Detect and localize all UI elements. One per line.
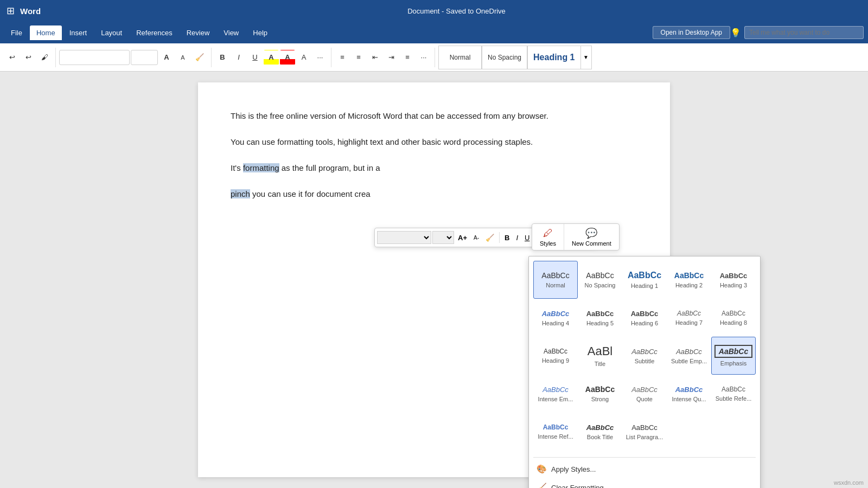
style-item-heading6[interactable]: AaBbCcHeading 6: [622, 299, 667, 337]
para4-start: pinch: [231, 189, 250, 198]
styles-grid: AaBbCcNormalAaBbCcNo SpacingAaBbCcHeadin…: [529, 256, 760, 455]
style-item-strong[interactable]: AaBbCcStrong: [578, 375, 622, 413]
new-comment-icon: 💬: [585, 227, 597, 239]
style-item-heading8[interactable]: AaBbCcHeading 8: [711, 299, 756, 337]
font-name-selector[interactable]: [59, 50, 130, 65]
decrease-indent-button[interactable]: ⇤: [367, 50, 382, 65]
document-title: Document - Saved to OneDrive: [52, 7, 861, 15]
waffle-icon[interactable]: ⊞: [7, 5, 15, 17]
style-item-intenseem...[interactable]: AaBbCcIntense Em...: [533, 375, 578, 413]
clear-format-icon[interactable]: 🧹: [192, 50, 208, 65]
menu-help[interactable]: Help: [246, 25, 274, 40]
menu-insert[interactable]: Insert: [63, 25, 94, 40]
document-area: This is the free online version of Micro…: [0, 72, 868, 488]
mini-shrink-button[interactable]: A-: [471, 230, 482, 245]
style-item-booktitle[interactable]: AaBbCcBook Title: [578, 413, 622, 451]
style-item-heading2[interactable]: AaBbCcHeading 2: [667, 261, 711, 299]
style-item-title[interactable]: AaBlTitle: [578, 337, 622, 375]
increase-indent-button[interactable]: ⇥: [384, 50, 399, 65]
style-item-heading9[interactable]: AaBbCcHeading 9: [533, 337, 578, 375]
style-item-intensequ...[interactable]: AaBbCcIntense Qu...: [667, 375, 711, 413]
styles-dropdown: AaBbCcNormalAaBbCcNo SpacingAaBbCcHeadin…: [528, 256, 761, 488]
undo-group: ↩ ↩ 🖌: [4, 48, 56, 67]
para-2: You can use formatting tools, highlight …: [231, 136, 637, 149]
font-group: A A 🧹: [59, 48, 212, 67]
style-normal[interactable]: Normal: [438, 46, 482, 69]
bullets-button[interactable]: ≡: [335, 50, 350, 65]
styles-expand-button[interactable]: ▼: [581, 46, 592, 69]
style-item-listparagra...[interactable]: AaBbCcList Paragra...: [622, 413, 667, 451]
style-item-heading7[interactable]: AaBbCcHeading 7: [667, 299, 711, 337]
numbering-button[interactable]: ≡: [351, 50, 366, 65]
styles-label: Styles: [540, 240, 556, 247]
styles-group: Normal No Spacing Heading 1 ▼: [438, 46, 592, 69]
toolbar: ↩ ↩ 🖌 A A 🧹 B I U A A A ··· ≡ ≡ ⇤ ⇥ ≡ ··…: [0, 43, 868, 72]
apply-styles-action[interactable]: 🎨 Apply Styles...: [529, 460, 760, 478]
style-item-subtitle[interactable]: AaBbCcSubtitle: [622, 337, 667, 375]
grow-font-button[interactable]: A: [159, 50, 174, 65]
menu-layout[interactable]: Layout: [94, 25, 129, 40]
styles-divider: [533, 457, 756, 458]
style-item-heading4[interactable]: AaBbCcHeading 4: [533, 299, 578, 337]
mini-grow-button[interactable]: A+: [455, 230, 470, 245]
mini-clear-button[interactable]: 🧹: [483, 230, 497, 245]
font-color-button[interactable]: A: [280, 50, 295, 65]
para3-end: as the full program, but in a: [279, 163, 380, 172]
styles-newcomment-panel: 🖊 Styles 💬 New Comment: [532, 223, 620, 251]
mini-italic-button[interactable]: I: [513, 230, 521, 245]
menu-bar: File Home Insert Layout References Revie…: [0, 22, 868, 43]
italic-button[interactable]: I: [231, 50, 246, 65]
highlight-button[interactable]: A: [264, 50, 279, 65]
font-size-selector[interactable]: [131, 50, 158, 65]
shrink-font-button[interactable]: A: [175, 50, 190, 65]
menu-home[interactable]: Home: [30, 25, 62, 40]
mini-size-selector[interactable]: [432, 231, 454, 244]
style-item-heading3[interactable]: AaBbCcHeading 3: [711, 261, 756, 299]
document-page: This is the free online version of Micro…: [198, 82, 670, 477]
format-group: B I U A A A ···: [215, 48, 331, 67]
format-painter-button[interactable]: 🖌: [37, 50, 52, 65]
style-item-subtlerefe...[interactable]: AaBbCcSubtle Refe...: [711, 375, 756, 413]
new-comment-button[interactable]: 💬 New Comment: [564, 224, 619, 250]
para-group: ≡ ≡ ⇤ ⇥ ≡ ···: [335, 48, 435, 67]
open-desktop-button[interactable]: Open in Desktop App: [653, 26, 730, 39]
style-item-heading1[interactable]: AaBbCcHeading 1: [622, 261, 667, 299]
para3-start: It's: [231, 163, 243, 172]
para3-selected: formatting: [243, 163, 279, 172]
para-1: This is the free online version of Micro…: [231, 110, 637, 123]
style-item-intenseref...[interactable]: AaBbCcIntense Ref...: [533, 413, 578, 451]
new-comment-label: New Comment: [572, 240, 611, 247]
clear-formatting-icon: 🧹: [537, 483, 547, 488]
style-heading1[interactable]: Heading 1: [527, 46, 580, 69]
redo-button[interactable]: ↩: [21, 50, 36, 65]
mini-underline-button[interactable]: U: [522, 230, 532, 245]
menu-references[interactable]: References: [130, 25, 178, 40]
title-bar: ⊞ Word Document - Saved to OneDrive: [0, 0, 868, 22]
para-3: It's formatting as the full program, but…: [231, 162, 637, 175]
mini-bold-button[interactable]: B: [502, 230, 512, 245]
menu-review[interactable]: Review: [180, 25, 216, 40]
style-item-heading5[interactable]: AaBbCcHeading 5: [578, 299, 622, 337]
watermark: wsxdn.com: [834, 479, 864, 486]
style-no-spacing[interactable]: No Spacing: [482, 46, 527, 69]
lightbulb-icon: 💡: [731, 28, 740, 38]
underline-button[interactable]: U: [247, 50, 263, 65]
menu-file[interactable]: File: [4, 25, 29, 40]
undo-button[interactable]: ↩: [4, 50, 20, 65]
more-format-button[interactable]: ···: [312, 50, 328, 65]
bold-button[interactable]: B: [215, 50, 230, 65]
mini-font-selector[interactable]: [377, 231, 431, 244]
tell-me-input[interactable]: [744, 26, 864, 39]
styles-panel-button[interactable]: 🖊 Styles: [532, 224, 564, 250]
menu-view[interactable]: View: [217, 25, 245, 40]
style-item-normal[interactable]: AaBbCcNormal: [533, 261, 578, 299]
style-item-subtleemp...[interactable]: AaBbCcSubtle Emp...: [667, 337, 711, 375]
style-item-nospacing[interactable]: AaBbCcNo Spacing: [578, 261, 622, 299]
align-button[interactable]: ≡: [400, 50, 415, 65]
clear-formatting-action[interactable]: 🧹 Clear Formatting: [529, 478, 760, 488]
style-item-quote[interactable]: AaBbCcQuote: [622, 375, 667, 413]
style-item-emphasis[interactable]: AaBbCcEmphasis: [711, 337, 756, 375]
apply-styles-label: Apply Styles...: [551, 465, 596, 473]
clear-format-button[interactable]: A: [296, 50, 311, 65]
more-para-button[interactable]: ···: [416, 50, 431, 65]
